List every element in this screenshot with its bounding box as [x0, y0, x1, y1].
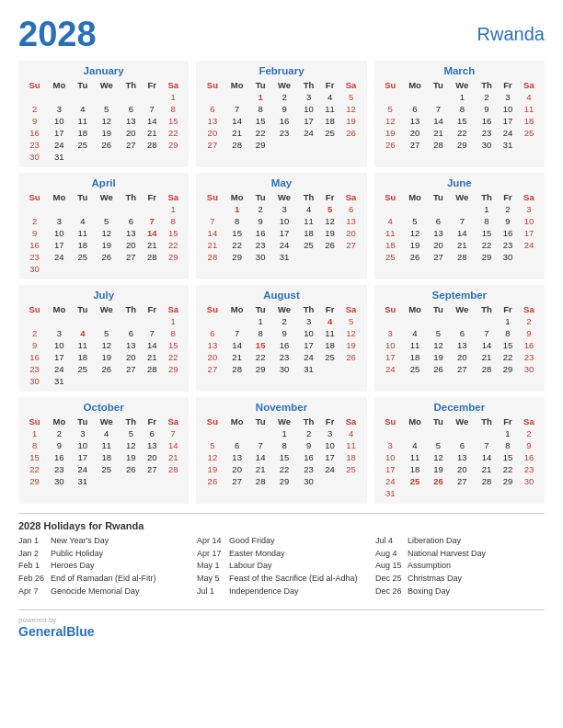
day-header-su: Su	[23, 303, 46, 315]
calendar-day	[224, 427, 249, 439]
calendar-day	[428, 427, 449, 439]
calendar-day: 18	[320, 115, 340, 127]
calendar-day: 12	[428, 451, 449, 463]
holidays-cols: Jan 1New Year's DayJan 2Public HolidayFe…	[18, 536, 545, 598]
holiday-name: Heroes Day	[51, 561, 95, 572]
calendar-day	[498, 487, 518, 499]
day-header-mo: Mo	[402, 303, 428, 315]
calendar-day: 14	[224, 115, 249, 127]
calendar-day: 7	[142, 215, 162, 227]
holidays-col-2: Apr 14Good FridayApr 17Easter MondayMay …	[197, 536, 366, 598]
calendar-day: 13	[402, 115, 428, 127]
calendar-day	[201, 427, 224, 439]
day-header-mo: Mo	[402, 191, 428, 203]
calendar-day: 30	[518, 475, 540, 487]
calendar-day: 4	[73, 103, 94, 115]
calendar-day: 11	[73, 339, 94, 351]
calendar-day: 29	[23, 475, 46, 487]
calendar-day: 5	[340, 91, 362, 103]
calendar-day: 24	[46, 139, 72, 151]
calendar-day	[46, 203, 72, 215]
calendar-day: 18	[340, 451, 362, 463]
calendar-day: 2	[46, 427, 72, 439]
calendar-day: 21	[428, 127, 449, 139]
calendar-day	[46, 263, 72, 275]
calendar-day: 25	[298, 239, 320, 251]
calendar-table: SuMoTuWeThFrSa12345678910111213141516171…	[201, 415, 362, 487]
calendar-day	[250, 427, 271, 439]
day-header-sa: Sa	[162, 303, 184, 315]
calendar-day: 26	[379, 139, 402, 151]
year-label: 2028	[18, 17, 97, 51]
calendar-day: 22	[250, 351, 271, 363]
calendar-day: 22	[162, 351, 184, 363]
calendar-day: 13	[120, 115, 142, 127]
day-header-tu: Tu	[428, 79, 449, 91]
calendar-day: 21	[224, 351, 249, 363]
calendar-day: 24	[270, 239, 297, 251]
calendar-day	[201, 203, 224, 215]
calendar-day	[93, 91, 120, 103]
calendar-day	[93, 475, 120, 487]
calendar-day: 2	[270, 91, 297, 103]
calendar-day	[428, 315, 449, 327]
calendar-day: 29	[162, 251, 184, 263]
day-header-tu: Tu	[428, 303, 449, 315]
calendar-day: 2	[298, 427, 320, 439]
calendar-day: 23	[518, 351, 540, 363]
holiday-entry: Aug 4National Harvest Day	[375, 549, 545, 560]
calendar-day	[320, 251, 340, 263]
calendar-day: 24	[320, 463, 340, 475]
month-title: December	[379, 402, 540, 413]
calendar-day: 26	[402, 251, 428, 263]
calendar-day: 1	[162, 203, 184, 215]
calendar-table: SuMoTuWeThFrSa12345678910111213141516171…	[23, 415, 184, 487]
month-block-january: JanuarySuMoTuWeThFrSa1234567891011121314…	[18, 61, 189, 167]
calendar-day: 5	[402, 215, 428, 227]
calendar-day: 13	[201, 339, 224, 351]
calendar-day: 4	[518, 91, 540, 103]
calendar-day: 15	[476, 227, 498, 239]
calendar-day: 13	[224, 451, 249, 463]
calendar-day: 26	[120, 463, 142, 475]
day-header-th: Th	[120, 79, 142, 91]
day-header-sa: Sa	[162, 79, 184, 91]
calendar-day: 3	[73, 427, 94, 439]
calendar-day	[428, 91, 449, 103]
holiday-entry: Jul 4Liberation Day	[375, 536, 545, 547]
calendar-day: 2	[23, 327, 46, 339]
calendar-day: 15	[270, 451, 297, 463]
calendar-day: 1	[250, 315, 271, 327]
day-header-mo: Mo	[46, 79, 72, 91]
calendar-day: 29	[498, 363, 518, 375]
calendar-day: 1	[224, 203, 249, 215]
calendar-day: 1	[23, 427, 46, 439]
calendar-day: 17	[46, 351, 72, 363]
calendar-day: 22	[162, 127, 184, 139]
day-header-th: Th	[298, 415, 320, 427]
day-header-su: Su	[379, 303, 402, 315]
day-header-su: Su	[201, 415, 224, 427]
calendar-day: 3	[298, 91, 320, 103]
calendar-day: 13	[201, 115, 224, 127]
calendar-day: 21	[449, 239, 476, 251]
calendar-day: 18	[73, 351, 94, 363]
calendar-day: 21	[201, 239, 224, 251]
day-header-fr: Fr	[320, 303, 340, 315]
calendar-day: 7	[428, 103, 449, 115]
calendar-day	[379, 203, 402, 215]
calendar-day	[120, 263, 142, 275]
day-header-fr: Fr	[142, 303, 162, 315]
calendar-day: 30	[518, 363, 540, 375]
calendar-day: 24	[73, 463, 94, 475]
calendar-day: 23	[476, 127, 498, 139]
calendar-day: 29	[498, 475, 518, 487]
holiday-date: May 1	[197, 561, 224, 572]
calendar-day: 21	[142, 351, 162, 363]
calendar-day: 10	[46, 339, 72, 351]
calendar-day: 11	[402, 339, 428, 351]
calendar-day: 9	[270, 103, 297, 115]
day-header-tu: Tu	[73, 415, 94, 427]
day-header-sa: Sa	[340, 191, 362, 203]
calendar-day: 9	[298, 439, 320, 451]
